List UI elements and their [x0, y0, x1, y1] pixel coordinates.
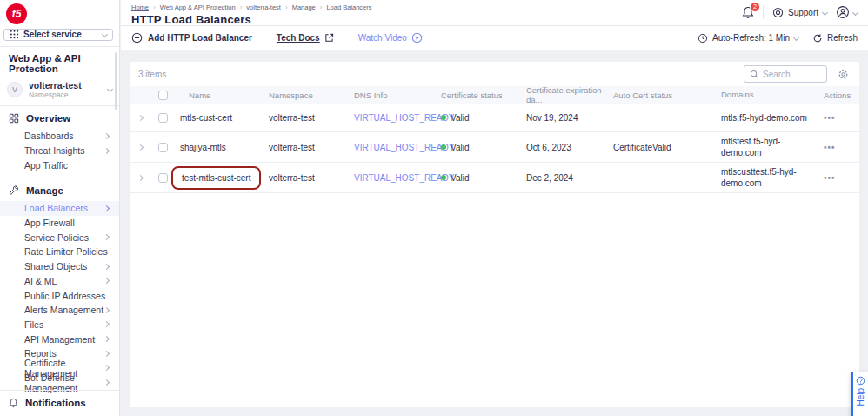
- sidebar-item-ai-ml[interactable]: AI & ML: [0, 274, 119, 289]
- row-checkbox[interactable]: [158, 143, 168, 152]
- namespace-avatar: V: [7, 82, 23, 97]
- auto-cert-status-cell: CertificateValid: [610, 143, 718, 152]
- watch-video-link[interactable]: Watch Video: [358, 32, 423, 44]
- help-tab[interactable]: Help: [851, 372, 868, 416]
- tech-docs-label: Tech Docs: [277, 33, 320, 43]
- table-settings-button[interactable]: [838, 69, 849, 80]
- row-actions-menu-button[interactable]: •••: [824, 113, 836, 123]
- sidebar-scrollbar[interactable]: [115, 52, 117, 110]
- notifications-bell-button[interactable]: 2: [742, 6, 754, 19]
- breadcrumb-item[interactable]: Load Balancers: [326, 3, 371, 11]
- sidebar-item-service-policies[interactable]: Service Policies: [0, 230, 119, 245]
- f5-logo[interactable]: f5: [6, 3, 27, 24]
- help-question-icon: [856, 376, 865, 386]
- support-label: Support: [788, 8, 818, 17]
- sidebar-item-load-balancers[interactable]: Load Balancers: [0, 201, 119, 216]
- breadcrumb-separator: ›: [153, 3, 156, 11]
- expand-row-chevron[interactable]: [130, 176, 150, 180]
- sidebar-item-app-firewall[interactable]: App Firewall: [0, 216, 119, 231]
- tech-docs-link[interactable]: Tech Docs: [277, 33, 334, 43]
- add-button-label: Add HTTP Load Balancer: [148, 33, 252, 43]
- certificate-status-value: Valid: [451, 173, 470, 183]
- sidebar-item-label: Dashboards: [24, 131, 74, 141]
- chevron-right-icon: [103, 321, 110, 327]
- breadcrumb-item[interactable]: volterra-test: [246, 3, 281, 11]
- logo-row: f5: [0, 0, 119, 26]
- sidebar-item-label: Rate Limiter Policies: [24, 246, 108, 257]
- status-dot: [441, 144, 446, 150]
- breadcrumb-item[interactable]: Home: [131, 3, 149, 11]
- grid-icon: [10, 30, 19, 39]
- namespace-selector[interactable]: V volterra-test Namespace: [0, 77, 119, 105]
- sidebar-item-shared-objects[interactable]: Shared Objects: [0, 259, 119, 274]
- search-input[interactable]: [763, 70, 818, 79]
- sidebar-item-dashboards[interactable]: Dashboards: [0, 129, 119, 144]
- row-actions-menu-button[interactable]: •••: [824, 143, 836, 152]
- sidebar-item-alerts-management[interactable]: Alerts Management: [0, 303, 119, 318]
- sidebar-item-api-management[interactable]: API Management: [0, 332, 119, 346]
- column-header-domains: Domains: [718, 90, 808, 100]
- chevron-right-icon: [103, 379, 110, 386]
- plus-circle-icon: [131, 32, 143, 44]
- actions-cell: •••: [808, 113, 859, 123]
- row-actions-menu-button[interactable]: •••: [824, 173, 836, 183]
- row-checkbox-cell: [150, 143, 173, 152]
- play-circle-icon: [411, 32, 423, 44]
- table-row: mtls-cust-certvolterra-testVIRTUAL_HOST_…: [130, 104, 859, 132]
- table-header-row: Name Namespace DNS Info Certificate stat…: [130, 86, 859, 104]
- load-balancers-table-card: 3 items Name Namespace DNS Info Cer: [130, 62, 859, 407]
- breadcrumb-item[interactable]: Web App & API Protection: [160, 3, 236, 11]
- sidebar-item-label: Shared Objects: [24, 261, 87, 272]
- status-dot: [441, 175, 446, 180]
- expand-row-chevron[interactable]: [130, 145, 150, 150]
- chevron-right-icon: [103, 307, 110, 313]
- sidebar-item-rate-limiter-policies[interactable]: Rate Limiter Policies: [0, 245, 119, 259]
- dns-info-cell: VIRTUAL_HOST_READY: [351, 113, 437, 123]
- breadcrumb-item[interactable]: Manage: [292, 3, 316, 11]
- certificate-status-cell: Valid: [437, 113, 523, 123]
- row-checkbox-cell: [150, 173, 173, 183]
- expand-row-chevron[interactable]: [130, 116, 150, 120]
- support-menu[interactable]: Support: [772, 7, 827, 18]
- wrench-icon: [9, 185, 19, 196]
- certificate-expiration-cell: Nov 19, 2024: [523, 113, 610, 123]
- sidebar-item-threat-insights[interactable]: Threat Insights: [0, 144, 119, 158]
- sidebar-item-notifications[interactable]: Notifications: [0, 390, 119, 416]
- namespace-cell: volterra-test: [265, 113, 351, 123]
- sidebar-item-app-traffic[interactable]: App Traffic: [0, 158, 119, 172]
- sidebar-group-title: Overview: [26, 113, 70, 124]
- domains-cell: mtlstest.f5-hyd-demo.com: [718, 136, 808, 158]
- row-checkbox[interactable]: [158, 173, 168, 183]
- table-row: test-mtls-cust-certvolterra-testVIRTUAL_…: [130, 163, 859, 193]
- highlighted-name-annotation: test-mtls-cust-cert: [171, 166, 261, 190]
- sidebar-item-label: Files: [24, 319, 43, 330]
- help-label: Help: [856, 388, 865, 406]
- row-checkbox[interactable]: [158, 113, 168, 123]
- chevron-down-icon: [852, 9, 858, 15]
- sidebar-item-bot-defense-management[interactable]: Bot Defense Management: [0, 375, 119, 390]
- dns-info-cell: VIRTUAL_HOST_READY: [351, 173, 437, 183]
- auto-refresh-select[interactable]: Auto-Refresh: 1 Min: [698, 33, 798, 44]
- user-account-menu[interactable]: [836, 5, 858, 19]
- name-cell: test-mtls-cust-cert: [173, 166, 265, 190]
- select-all-checkbox[interactable]: [158, 91, 168, 100]
- certificate-status-value: Valid: [451, 113, 470, 123]
- sidebar-item-label: Alerts Management: [24, 305, 103, 315]
- select-service-dropdown[interactable]: Select service: [3, 29, 113, 41]
- refresh-button[interactable]: Refresh: [812, 33, 858, 44]
- sidebar-item-public-ip-addresses[interactable]: Public IP Addresses: [0, 288, 119, 303]
- add-http-load-balancer-button[interactable]: Add HTTP Load Balancer: [131, 32, 252, 44]
- sidebar-item-files[interactable]: Files: [0, 318, 119, 332]
- chevron-right-icon: [103, 264, 110, 270]
- sidebar: f5 Select service Web App & API Protecti…: [0, 0, 120, 416]
- page-title: HTTP Load Balancers: [131, 13, 372, 26]
- column-header-certificate-expiration: Certificate expiration da...: [523, 85, 610, 104]
- watch-video-label: Watch Video: [358, 33, 407, 43]
- chevron-right-icon: [103, 365, 110, 371]
- sidebar-item-label: Public IP Addresses: [24, 291, 105, 301]
- chevron-right-icon: [103, 234, 110, 240]
- actions-cell: •••: [808, 143, 859, 152]
- sidebar-item-label: App Firewall: [24, 218, 75, 228]
- sidebar-item-label: AI & ML: [24, 276, 57, 286]
- chevron-down-icon: [822, 9, 828, 15]
